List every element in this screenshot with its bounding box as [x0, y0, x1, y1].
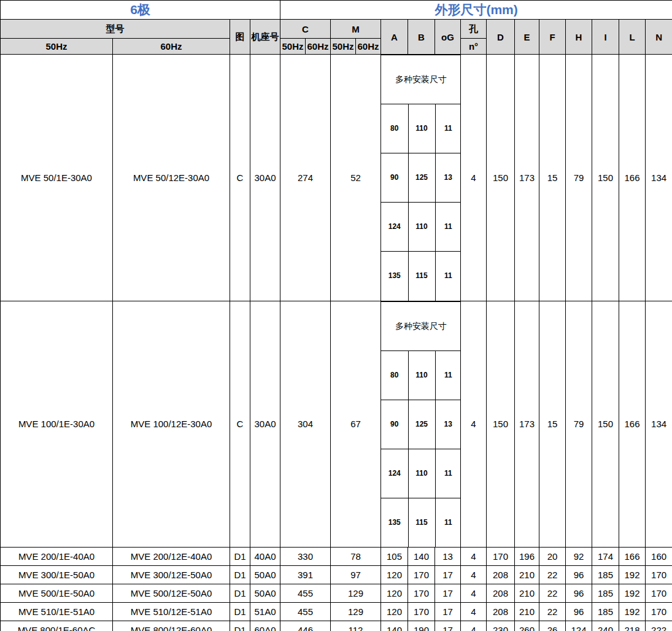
cell-og: 17	[435, 603, 461, 621]
title-poles: 6极	[1, 1, 280, 20]
cell-c: 304	[280, 301, 331, 548]
cell-m: 97	[331, 566, 381, 584]
cell-model-60hz: MVE 800/12E-60A0	[113, 621, 230, 631]
mount-title: 多种安装尺寸	[381, 301, 461, 350]
cell-d: 230	[487, 621, 515, 631]
cell-m: 52	[331, 55, 381, 301]
cell-f: 15	[539, 55, 566, 301]
cell-i: 185	[592, 603, 619, 621]
cell-d: 208	[487, 584, 515, 603]
mount-cell: 125	[408, 153, 435, 203]
header-n: N	[646, 20, 672, 55]
cell-og: 13	[435, 548, 461, 566]
mount-cell: 90	[381, 153, 408, 203]
cell-c: 391	[280, 566, 331, 584]
cell-c: 274	[280, 55, 331, 301]
header-m: M	[331, 20, 381, 39]
header-d: D	[487, 20, 515, 55]
table-row: MVE 50/1E-30A0MVE 50/12E-30A0C30A027452多…	[1, 55, 672, 301]
mount-cell: 124	[381, 203, 408, 252]
cell-frame: 30A0	[250, 55, 280, 301]
cell-c: 455	[280, 603, 331, 621]
mount-cell: 110	[408, 449, 435, 498]
cell-holes: 4	[461, 301, 487, 548]
cell-a: 120	[381, 603, 408, 621]
cell-og: 17	[435, 566, 461, 584]
cell-i: 240	[592, 621, 619, 631]
cell-model-50hz: MVE 500/1E-50A0	[1, 584, 113, 603]
cell-d: 150	[487, 55, 515, 301]
cell-m: 129	[331, 584, 381, 603]
cell-b: 170	[408, 603, 435, 621]
cell-figure: D1	[230, 566, 250, 584]
header-e: E	[515, 20, 539, 55]
cell-e: 173	[515, 301, 539, 548]
cell-model-50hz: MVE 200/1E-40A0	[1, 548, 113, 566]
mount-cell: 124	[381, 449, 408, 498]
mount-cell: 11	[435, 350, 461, 400]
header-row-1: 型号 图 机座号 C M A B oG 孔 D E F H I L N	[1, 20, 672, 39]
cell-a: 120	[381, 584, 408, 603]
cell-model-50hz: MVE 50/1E-30A0	[1, 55, 113, 301]
header-m-60hz: 60Hz	[356, 39, 381, 55]
table-row: MVE 800/1E-60ACMVE 800/12E-60A0D160A0446…	[1, 621, 672, 631]
cell-l: 192	[619, 566, 646, 584]
cell-m: 78	[331, 548, 381, 566]
mount-title: 多种安装尺寸	[381, 55, 461, 104]
cell-m: 112	[331, 621, 381, 631]
cell-frame: 51A0	[250, 603, 280, 621]
header-model: 型号	[1, 20, 230, 39]
cell-figure: C	[230, 301, 250, 548]
cell-i: 185	[592, 566, 619, 584]
cell-figure: D1	[230, 584, 250, 603]
cell-f: 22	[539, 566, 566, 584]
cell-i: 174	[592, 548, 619, 566]
mount-cell: 110	[408, 203, 435, 252]
cell-figure: C	[230, 55, 250, 301]
cell-frame: 40A0	[250, 548, 280, 566]
cell-frame: 60A0	[250, 621, 280, 631]
header-c-50hz: 50Hz	[280, 39, 306, 55]
mount-dimensions-table: 多种安装尺寸801101190125131241101113511511	[381, 301, 461, 548]
header-f: F	[539, 20, 566, 55]
cell-n: 170	[646, 603, 672, 621]
table-row: MVE 510/1E-51A0MVE 510/12E-51A0D151A0455…	[1, 603, 672, 621]
mount-cell: 13	[435, 153, 461, 203]
cell-model-50hz: MVE 300/1E-50A0	[1, 566, 113, 584]
cell-holes: 4	[461, 548, 487, 566]
cell-a: 120	[381, 566, 408, 584]
cell-f: 22	[539, 584, 566, 603]
cell-d: 150	[487, 301, 515, 548]
cell-e: 210	[515, 566, 539, 584]
cell-l: 218	[619, 621, 646, 631]
mount-cell: 110	[408, 350, 435, 400]
cell-frame: 50A0	[250, 584, 280, 603]
cell-og: 17	[435, 584, 461, 603]
cell-frame: 30A0	[250, 301, 280, 548]
cell-n: 134	[646, 301, 672, 548]
cell-holes: 4	[461, 621, 487, 631]
mount-cell: 115	[408, 498, 435, 547]
cell-b: 170	[408, 566, 435, 584]
cell-e: 210	[515, 603, 539, 621]
cell-figure: D1	[230, 621, 250, 631]
cell-l: 192	[619, 584, 646, 603]
title-row: 6极 外形尺寸(mm)	[1, 1, 672, 20]
mount-cell: 110	[408, 104, 435, 153]
cell-model-60hz: MVE 300/12E-50A0	[113, 566, 230, 584]
cell-e: 260	[515, 621, 539, 631]
cell-h: 79	[566, 55, 592, 301]
cell-b: 170	[408, 584, 435, 603]
cell-model-60hz: MVE 50/12E-30A0	[113, 55, 230, 301]
cell-f: 15	[539, 301, 566, 548]
header-m-50hz: 50Hz	[331, 39, 356, 55]
cell-n: 134	[646, 55, 672, 301]
header-hole: 孔	[461, 20, 487, 39]
mount-cell: 13	[435, 400, 461, 449]
cell-figure: D1	[230, 548, 250, 566]
cell-model-50hz: MVE 510/1E-51A0	[1, 603, 113, 621]
cell-l: 166	[619, 301, 646, 548]
cell-mount-dimensions: 多种安装尺寸801101190125131241101113511511	[381, 301, 461, 548]
cell-c: 446	[280, 621, 331, 631]
mount-cell: 90	[381, 400, 408, 449]
